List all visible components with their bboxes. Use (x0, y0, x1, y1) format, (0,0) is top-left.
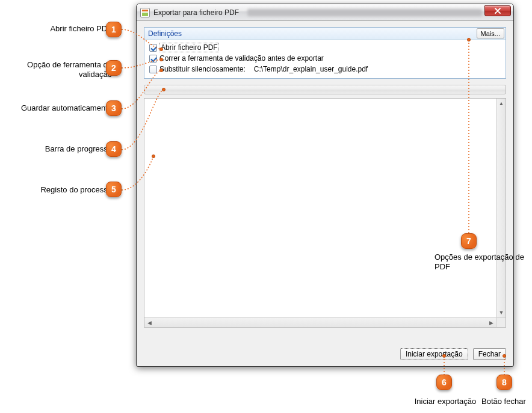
app-icon (140, 8, 150, 17)
callout-badge-8: 8 (496, 375, 512, 390)
dialog-body: Definições Mais... Abrir ficheiro PDF Co… (137, 21, 513, 334)
callout-label-5: Registo do processo (40, 185, 112, 195)
callout-label-1: Abrir ficheiro PDF (50, 24, 112, 34)
open-pdf-row: Abrir ficheiro PDF (149, 42, 501, 53)
definitions-header: Definições Mais... (144, 28, 506, 40)
callout-badge-6: 6 (436, 375, 452, 390)
connector-dot (467, 38, 471, 41)
callout-badge-2: 2 (106, 60, 122, 76)
silent-overwrite-checkbox[interactable] (149, 66, 157, 73)
scroll-left-icon[interactable]: ◀ (144, 318, 154, 328)
connector-dot (152, 154, 155, 158)
titlebar-blur (247, 9, 482, 16)
close-icon (495, 8, 501, 14)
open-pdf-checkbox[interactable] (149, 44, 157, 52)
callout-label-2: Opção de ferramenta de validação (10, 60, 112, 80)
dialog-footer: Iniciar exportação Fechar (400, 348, 506, 360)
callout-badge-4: 4 (106, 141, 122, 157)
progress-bar (144, 85, 506, 94)
connector-dot (162, 88, 165, 91)
close-window-button[interactable] (484, 5, 511, 16)
callout-badge-1: 1 (106, 22, 122, 37)
callout-badge-7: 7 (461, 233, 477, 249)
process-log: ▲ ▼ ◀ ▶ (144, 98, 506, 328)
titlebar[interactable]: Exportar para ficheiro PDF (137, 4, 513, 21)
connector-dot (503, 354, 506, 358)
callout-label-8: Botão fechar (481, 397, 532, 406)
close-button[interactable]: Fechar (473, 348, 506, 360)
vertical-scrollbar[interactable]: ▲ ▼ (496, 99, 506, 317)
output-path: C:\Temp\dr_explain_user_guide.pdf (254, 65, 368, 73)
export-pdf-dialog: Exportar para ficheiro PDF Definições Ma… (136, 4, 514, 367)
run-validation-checkbox[interactable] (149, 55, 157, 63)
open-pdf-label[interactable]: Abrir ficheiro PDF (159, 43, 219, 52)
scroll-right-icon[interactable]: ▶ (486, 318, 496, 328)
callout-badge-5: 5 (106, 182, 122, 197)
scroll-down-icon[interactable]: ▼ (496, 308, 506, 317)
run-validation-label[interactable]: Correr a ferramenta de validação antes d… (159, 54, 324, 63)
definitions-title: Definições (148, 29, 182, 38)
callout-label-6: Iniciar exportação (409, 397, 481, 406)
more-options-button[interactable]: Mais... (477, 28, 504, 38)
start-export-button[interactable]: Iniciar exportação (400, 348, 468, 360)
connector-dot (159, 58, 163, 61)
callout-label-7: Opções de exportação de PDF (435, 252, 528, 272)
scroll-up-icon[interactable]: ▲ (496, 99, 506, 108)
silent-overwrite-row: Substituir silenciosamente: C:\Temp\dr_e… (149, 64, 501, 75)
callout-label-4: Barra de progresso (45, 144, 112, 154)
horizontal-scrollbar[interactable]: ◀ ▶ (144, 317, 496, 327)
definitions-content: Abrir ficheiro PDF Correr a ferramenta d… (144, 40, 506, 78)
definitions-panel: Definições Mais... Abrir ficheiro PDF Co… (144, 27, 506, 79)
connector-dot (159, 47, 163, 51)
run-validation-row: Correr a ferramenta de validação antes d… (149, 53, 501, 64)
callout-label-3: Guardar automaticamente (21, 103, 112, 113)
callout-badge-3: 3 (106, 100, 122, 116)
silent-overwrite-label[interactable]: Substituir silenciosamente: (159, 65, 246, 73)
dialog-title: Exportar para ficheiro PDF (153, 8, 239, 17)
connector-dot (159, 69, 163, 72)
scroll-corner (496, 317, 506, 327)
connector-dot (442, 354, 446, 358)
